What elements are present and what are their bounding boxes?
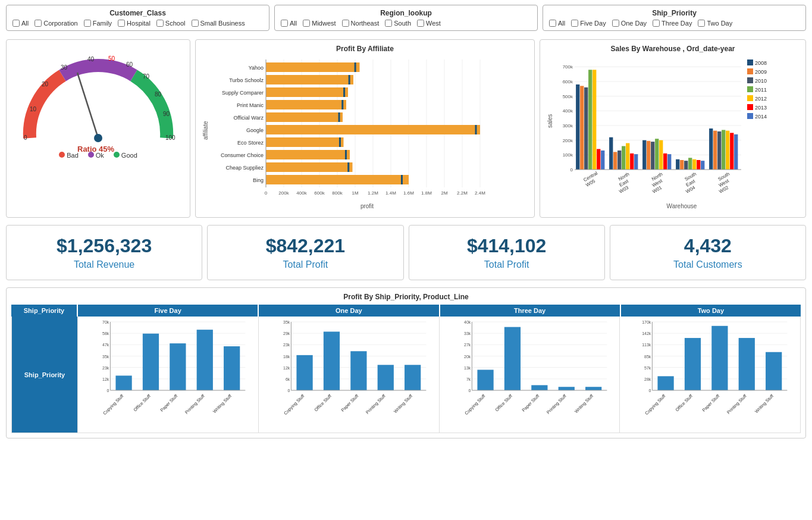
filter-school[interactable]: School [156,20,186,27]
svg-text:70: 70 [143,73,150,80]
svg-text:Writing Stuff: Writing Stuff [573,393,595,414]
svg-text:Bing: Bing [253,177,264,183]
affiliate-chart-title: Profit By Affiliate [200,45,529,53]
region-south[interactable]: South [385,20,411,27]
svg-text:40k: 40k [464,320,471,324]
svg-rect-91 [576,84,579,170]
kpi-customers: 4,432 Total Customers [610,225,806,280]
svg-text:600k: 600k [314,190,325,196]
ship-two-day[interactable]: Two Day [698,20,732,27]
svg-rect-126 [701,161,704,170]
svg-text:Writing Stuff: Writing Stuff [212,393,233,414]
bottom-chart-header: Ship_Priority Five Day One Day Three Day… [11,305,801,317]
charts-row: 0 10 20 30 40 50 60 70 80 90 100 Ratio [0,36,812,221]
svg-text:Print Manic: Print Manic [237,102,264,108]
svg-text:40: 40 [87,56,95,62]
gauge-chart: 0 10 20 30 40 50 60 70 80 90 100 Ratio [6,39,190,218]
svg-rect-132 [717,131,721,170]
svg-rect-42 [266,62,360,72]
svg-text:Google: Google [246,127,264,133]
svg-rect-152 [747,113,753,119]
svg-text:50: 50 [108,55,115,62]
svg-rect-116 [667,154,671,170]
svg-text:Printing Stuff: Printing Stuff [365,393,387,415]
bottom-chart-box: Profit By Ship_Priority, Product_Line Sh… [6,287,806,438]
svg-rect-249 [685,338,701,390]
svg-rect-58 [475,125,477,134]
customer-class-title: Customer_Class [12,9,263,17]
svg-text:500k: 500k [563,94,573,99]
svg-rect-55 [338,112,340,122]
ship-priority-label: Ship_Priority [24,371,65,378]
svg-text:Copying Stuff: Copying Stuff [463,393,487,416]
svg-rect-227 [558,387,574,390]
customer-class-filter: Customer_Class All Corporation Family Ho… [6,5,269,31]
filter-small-business[interactable]: Small Business [192,20,245,27]
svg-text:58k: 58k [102,331,109,336]
svg-text:20k: 20k [464,355,471,359]
svg-text:400k: 400k [563,108,573,114]
region-midwest[interactable]: Midwest [303,20,336,27]
svg-text:80: 80 [155,91,162,98]
two-day-chart: 028k57k85k113k142k170kCopying StuffOffic… [622,319,798,429]
svg-rect-95 [592,70,596,170]
svg-text:Yahoo: Yahoo [249,65,264,71]
svg-text:300k: 300k [563,123,573,129]
svg-text:18k: 18k [283,355,290,359]
region-lookup-title: Region_lookup [281,9,531,17]
filter-corporation[interactable]: Corporation [35,20,77,27]
svg-text:Writing Stuff: Writing Stuff [393,393,414,414]
region-northeast[interactable]: Northeast [342,20,380,27]
svg-rect-94 [588,70,592,170]
svg-text:Copying Stuff: Copying Stuff [644,393,667,416]
one-day-panel: 06k12k18k23k29k35kCopying StuffOffice St… [258,317,439,433]
svg-text:Office Stuff: Office Stuff [132,393,152,412]
svg-text:23k: 23k [283,343,290,347]
ship-all[interactable]: All [549,20,565,27]
header-three-day: Three Day [439,305,620,317]
svg-rect-115 [663,154,667,170]
svg-rect-120 [676,159,679,170]
svg-rect-150 [747,104,753,110]
header-five-day: Five Day [77,305,258,317]
svg-text:70k: 70k [102,320,109,324]
svg-text:Copying Stuff: Copying Stuff [102,393,125,416]
warehouse-chart-title: Sales By Warehouse , Ord_date-year [545,45,801,53]
svg-text:1.6M: 1.6M [403,190,414,196]
filter-hospital[interactable]: Hospital [118,20,151,27]
svg-text:33k: 33k [464,331,471,336]
svg-text:Supply Comparer: Supply Comparer [222,90,264,96]
svg-text:1.8M: 1.8M [421,190,432,196]
region-all[interactable]: All [281,20,297,27]
ship-priority-filter: Ship_Priority All Five Day One Day Three… [543,5,806,31]
filter-family[interactable]: Family [84,20,112,27]
svg-rect-135 [730,133,733,170]
filter-all[interactable]: All [12,20,29,27]
svg-rect-102 [617,151,621,170]
svg-text:100: 100 [165,134,175,141]
svg-rect-121 [680,160,684,170]
svg-text:0: 0 [106,389,109,393]
svg-text:6k: 6k [286,377,290,381]
svg-text:Paper Stuff: Paper Stuff [701,393,721,412]
svg-text:affiliate: affiliate [202,121,209,140]
svg-text:2008: 2008 [755,60,767,66]
svg-text:2014: 2014 [755,114,767,120]
five-day-panel: 012k23k35k47k58k70kCopying StuffOffice S… [77,317,258,433]
svg-text:profit: profit [360,203,374,209]
gauge-container: 0 10 20 30 40 50 60 70 80 90 100 Ratio [18,52,178,147]
svg-text:35k: 35k [102,355,109,359]
svg-text:0: 0 [570,167,573,173]
svg-text:Turbo Schoolz: Turbo Schoolz [229,77,264,83]
svg-text:Paper Stuff: Paper Stuff [340,393,359,412]
svg-text:Official Warz: Official Warz [233,115,264,121]
svg-text:2M: 2M [441,190,447,196]
svg-rect-144 [747,77,753,83]
gauge-svg: 0 10 20 30 40 50 60 70 80 90 100 Ratio [18,52,178,156]
svg-text:60: 60 [126,61,133,68]
ship-three-day[interactable]: Three Day [653,20,692,27]
ship-one-day[interactable]: One Day [612,20,647,27]
region-west[interactable]: West [417,20,441,27]
ship-five-day[interactable]: Five Day [571,20,606,27]
svg-rect-125 [697,160,700,170]
